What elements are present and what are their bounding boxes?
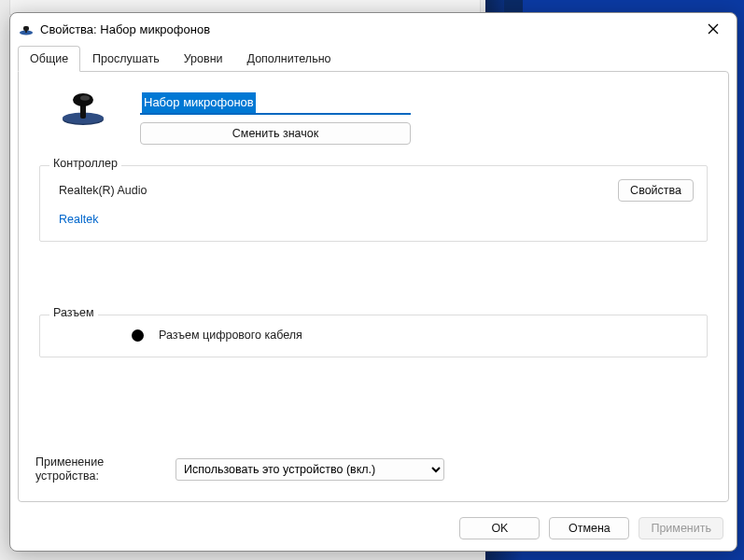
- tab-strip: Общие Прослушать Уровни Дополнительно: [10, 45, 737, 72]
- titlebar: Свойства: Набор микрофонов: [10, 13, 737, 45]
- jack-group: Разъем Разъем цифрового кабеля: [39, 315, 708, 357]
- controller-group: Контроллер Realtek(R) Audio Свойства Rea…: [39, 165, 708, 242]
- jack-group-label: Разъем: [49, 306, 98, 319]
- controller-vendor-link[interactable]: Realtek: [53, 213, 694, 226]
- cancel-button[interactable]: Отмена: [549, 517, 629, 539]
- tab-levels[interactable]: Уровни: [172, 46, 235, 72]
- controller-name: Realtek(R) Audio: [53, 184, 147, 197]
- device-usage-select[interactable]: Использовать это устройство (вкл.): [175, 458, 444, 481]
- tab-listen[interactable]: Прослушать: [80, 46, 172, 72]
- controller-properties-button[interactable]: Свойства: [618, 179, 694, 202]
- properties-dialog: Свойства: Набор микрофонов Общие Прослуш…: [9, 12, 737, 552]
- jack-color-icon: [132, 329, 144, 342]
- svg-rect-2: [25, 30, 27, 33]
- device-name-input[interactable]: Набор микрофонов: [140, 91, 411, 115]
- window-title: Свойства: Набор микрофонов: [40, 22, 210, 36]
- device-name-column: Набор микрофонов Сменить значок: [140, 91, 411, 145]
- jack-description: Разъем цифрового кабеля: [159, 329, 302, 342]
- device-icon: [54, 87, 112, 132]
- close-button[interactable]: [692, 14, 735, 44]
- device-header: Набор микрофонов Сменить значок: [35, 91, 711, 145]
- controller-group-label: Контроллер: [49, 157, 121, 170]
- tab-general[interactable]: Общие: [18, 46, 80, 72]
- ok-button[interactable]: OK: [459, 517, 540, 539]
- jack-row: Разъем цифрового кабеля: [132, 329, 694, 342]
- device-usage-label: Применение устройства:: [35, 455, 138, 484]
- tab-advanced[interactable]: Дополнительно: [235, 46, 344, 72]
- device-name-value: Набор микрофонов: [142, 92, 256, 113]
- tab-content: Набор микрофонов Сменить значок Контролл…: [18, 71, 729, 502]
- dialog-footer: OK Отмена Применить: [10, 510, 737, 551]
- change-icon-button[interactable]: Сменить значок: [140, 122, 411, 145]
- apply-button[interactable]: Применить: [639, 517, 723, 539]
- svg-point-7: [80, 95, 90, 100]
- app-icon: [18, 21, 35, 37]
- close-icon: [708, 23, 719, 35]
- device-usage-row: Применение устройства: Использовать это …: [35, 455, 444, 484]
